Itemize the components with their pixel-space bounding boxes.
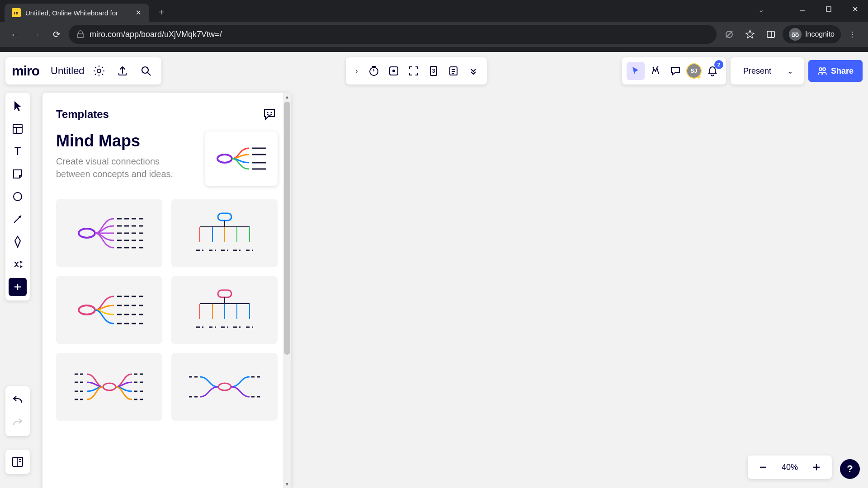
- svg-point-46: [657, 66, 658, 68]
- avatar-bolt-icon: [696, 74, 703, 80]
- svg-rect-18: [739, 256, 743, 260]
- task-description-chip[interactable]: [404, 285, 422, 301]
- task-status-chip[interactable]: To do: [427, 285, 466, 301]
- pen-tool-icon[interactable]: [9, 233, 27, 251]
- svg-line-28: [95, 67, 96, 68]
- text-tool-icon[interactable]: T: [9, 142, 27, 160]
- notification-badge: 2: [714, 60, 723, 69]
- frame-1-label[interactable]: Frame 1: [338, 369, 375, 381]
- template-thumb-5[interactable]: [56, 353, 162, 421]
- reactions-icon[interactable]: [646, 62, 665, 80]
- task-card[interactable]: Finish task To do SJ Sarah Jonas: [393, 258, 615, 310]
- template-thumb-4[interactable]: [171, 276, 278, 344]
- reload-button[interactable]: ⟳: [48, 26, 65, 43]
- template-hero-thumb[interactable]: [205, 131, 278, 186]
- pen-wedge-shape[interactable]: [292, 246, 346, 310]
- description-icon: [409, 290, 417, 296]
- settings-gear-icon[interactable]: [90, 62, 108, 80]
- minimize-window-icon[interactable]: [789, 0, 816, 18]
- svg-point-22: [742, 259, 744, 261]
- close-window-icon[interactable]: ✕: [842, 0, 868, 18]
- final-actions-ellipse[interactable]: Final Actions: [326, 192, 398, 242]
- svg-point-64: [217, 155, 232, 163]
- search-icon[interactable]: [137, 62, 155, 80]
- band-yellow: [292, 174, 617, 251]
- templates-scrollbar-thumb[interactable]: [284, 102, 290, 355]
- back-button[interactable]: ←: [6, 26, 24, 43]
- voting-icon[interactable]: [385, 62, 403, 80]
- hide-cursors-icon[interactable]: [627, 62, 645, 80]
- incognito-indicator[interactable]: Incognito: [783, 25, 841, 43]
- present-dropdown-icon[interactable]: ⌄: [781, 62, 799, 80]
- undo-icon[interactable]: [9, 391, 27, 409]
- tracking-off-icon[interactable]: [720, 25, 738, 43]
- side-panel-icon[interactable]: [762, 25, 780, 43]
- add-tool-icon[interactable]: [9, 278, 27, 296]
- line-arrow-tool-icon[interactable]: [9, 210, 27, 228]
- svg-point-62: [267, 112, 269, 113]
- focus-mode-icon[interactable]: [405, 62, 423, 80]
- comments-icon[interactable]: [666, 62, 684, 80]
- shape-tool-icon[interactable]: [9, 188, 27, 206]
- svg-point-48: [823, 68, 826, 70]
- task-assignee-chip[interactable]: SJ Sarah Jonas: [471, 285, 534, 301]
- center-toolbar: › 3: [346, 57, 487, 84]
- url-field[interactable]: miro.com/app/board/uXjVMqk7Vtw=/: [69, 25, 717, 44]
- templates-scrollbar-track[interactable]: ▲ ▼: [283, 93, 291, 488]
- new-tab-button[interactable]: +: [154, 5, 169, 20]
- scroll-down-arrow-icon[interactable]: ▼: [283, 480, 291, 488]
- close-tab-icon[interactable]: ✕: [135, 9, 142, 16]
- more-apps-chevron-icon[interactable]: [464, 62, 482, 80]
- bookmark-star-icon[interactable]: [741, 25, 759, 43]
- svg-point-6: [792, 34, 795, 37]
- svg-point-47: [819, 68, 822, 70]
- svg-point-106: [103, 383, 116, 390]
- frame-1[interactable]: [338, 382, 600, 463]
- svg-text:T: T: [14, 146, 21, 157]
- our-action-box[interactable]: Our action: [307, 138, 362, 156]
- select-tool-icon[interactable]: [9, 97, 27, 115]
- sticky-note-tool-icon[interactable]: [9, 165, 27, 183]
- svg-point-88: [79, 305, 95, 314]
- zoom-value[interactable]: 40%: [778, 463, 801, 472]
- forward-button[interactable]: →: [27, 26, 44, 43]
- help-button[interactable]: ?: [840, 459, 860, 479]
- browser-menu-icon[interactable]: ⋮: [844, 25, 862, 43]
- templates-title: Templates: [56, 108, 109, 121]
- template-thumb-6[interactable]: [171, 353, 278, 421]
- feedback-smiley-icon[interactable]: [261, 106, 278, 122]
- zoom-in-icon[interactable]: [807, 458, 826, 476]
- miro-app: Our action Final Actions Finish task To …: [0, 52, 868, 488]
- zoom-out-icon[interactable]: [754, 458, 772, 476]
- present-button[interactable]: Present: [735, 61, 779, 81]
- notifications-bell-icon[interactable]: 2: [703, 62, 722, 80]
- undo-redo-panel: [5, 386, 30, 436]
- svg-point-20: [742, 255, 744, 257]
- svg-point-7: [796, 34, 798, 37]
- user-avatar[interactable]: SJ: [686, 63, 702, 79]
- expand-toolbar-icon[interactable]: ›: [350, 67, 363, 75]
- templates-tool-icon[interactable]: [9, 120, 27, 138]
- more-tools-icon[interactable]: [9, 255, 27, 273]
- svg-line-29: [102, 74, 103, 75]
- estimation-icon[interactable]: 3: [425, 62, 443, 80]
- template-thumb-3[interactable]: [56, 276, 162, 344]
- notes-icon[interactable]: [444, 62, 462, 80]
- share-button[interactable]: Share: [808, 60, 863, 82]
- left-toolbar: T: [5, 93, 30, 300]
- tab-list-chevron-icon[interactable]: ⌄: [758, 5, 764, 14]
- template-thumb-1[interactable]: [56, 199, 162, 267]
- frames-panel-icon[interactable]: [5, 450, 30, 474]
- template-thumb-2[interactable]: [171, 199, 278, 267]
- browser-tab[interactable]: m Untitled, Online Whiteboard for ✕: [5, 4, 149, 22]
- miro-logo[interactable]: miro: [12, 63, 39, 79]
- tab-bar: m Untitled, Online Whiteboard for ✕ + ⌄ …: [0, 0, 868, 22]
- redo-icon[interactable]: [9, 413, 27, 432]
- sticky-note[interactable]: [420, 404, 460, 443]
- url-text: miro.com/app/board/uXjVMqk7Vtw=/: [90, 30, 222, 39]
- board-name[interactable]: Untitled: [51, 65, 85, 77]
- maximize-window-icon[interactable]: [816, 0, 842, 18]
- timer-icon[interactable]: [365, 62, 383, 80]
- export-upload-icon[interactable]: [113, 62, 132, 80]
- scroll-up-arrow-icon[interactable]: ▲: [283, 93, 291, 101]
